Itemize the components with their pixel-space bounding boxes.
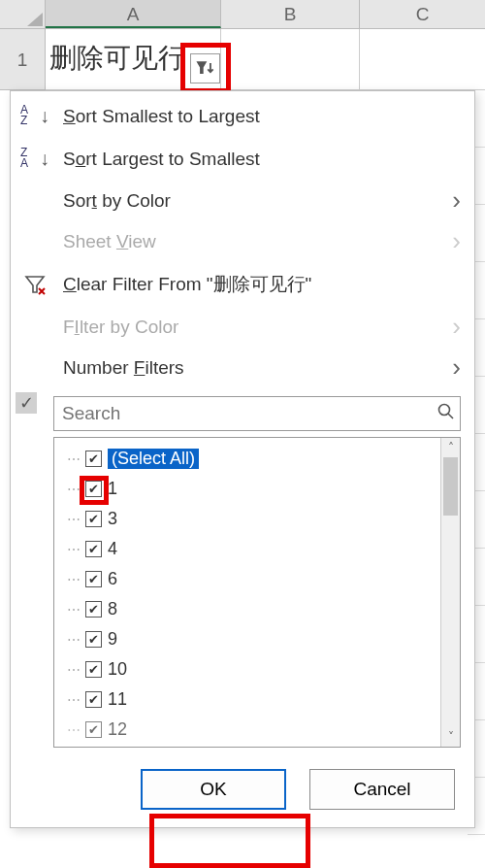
search-icon[interactable]	[433, 403, 460, 425]
item-label: 10	[108, 659, 127, 680]
checkbox-item[interactable]: ✔	[85, 601, 102, 618]
sort-by-color-label: Sort by Color	[63, 190, 459, 212]
sort-ascending-item[interactable]: AZ↓ Sort Smallest to Largest	[11, 95, 474, 138]
checkbox-item[interactable]: ✔	[85, 661, 102, 678]
number-filters-item[interactable]: Number Filters	[11, 348, 474, 388]
column-header-c[interactable]: C	[360, 0, 485, 28]
checkbox-item[interactable]: ✔	[85, 721, 102, 738]
filter-value-item[interactable]: ⋯ ✔ 12	[66, 715, 440, 745]
filter-value-item[interactable]: ⋯ ✔ 11	[66, 684, 440, 715]
tree-line-icon: ⋯	[66, 482, 80, 497]
sort-descending-item[interactable]: ZA↓ Sort Largest to Smallest	[11, 138, 474, 181]
sort-by-color-item[interactable]: Sort by Color	[11, 181, 474, 221]
clear-filter-label: Clear Filter From "删除可见行"	[63, 272, 459, 297]
search-field-wrap	[53, 396, 461, 431]
column-header-b[interactable]: B	[221, 0, 360, 28]
select-all-cells-corner[interactable]	[0, 0, 46, 29]
checkbox-item[interactable]: ✔	[85, 631, 102, 648]
checkbox-item[interactable]: ✔	[85, 481, 102, 497]
checkbox-item[interactable]: ✔	[85, 541, 102, 557]
funnel-arrow-icon	[191, 54, 219, 83]
item-label: 12	[108, 719, 127, 740]
item-label: 4	[108, 539, 117, 559]
filter-value-item[interactable]: ⋯ ✔ 10	[66, 654, 440, 684]
filter-value-item[interactable]: ⋯ ✔ 3	[66, 504, 440, 534]
tree-line-icon: ⋯	[66, 722, 80, 738]
select-all-label: (Select All)	[108, 449, 199, 469]
number-filters-label: Number Filters	[63, 357, 459, 379]
filter-dropdown-button[interactable]	[190, 53, 220, 83]
checkbox-select-all[interactable]: ✔	[85, 451, 102, 467]
tree-line-icon: ⋯	[66, 542, 80, 557]
item-label: 1	[108, 479, 117, 499]
column-header-a[interactable]: A	[46, 0, 221, 28]
tree-line-icon: ⋯	[66, 632, 80, 648]
clear-filter-icon	[22, 272, 48, 297]
list-scrollbar[interactable]: ˄ ˅	[440, 438, 460, 747]
tree-line-icon: ⋯	[66, 512, 80, 527]
sheet-view-label: Sheet View	[63, 231, 459, 252]
item-label: 11	[108, 689, 127, 710]
scroll-down-icon[interactable]: ˅	[441, 727, 460, 747]
filter-dropdown-panel: AZ↓ Sort Smallest to Largest ZA↓ Sort La…	[10, 90, 475, 828]
item-label: 3	[108, 509, 117, 529]
svg-line-1	[448, 414, 453, 418]
svg-point-0	[439, 404, 450, 415]
filter-values-listbox: ⋯ ✔ (Select All) ⋯ ✔ 1 ⋯ ✔ 3 ⋯ ✔ 4 ⋯ ✔	[53, 437, 461, 748]
filter-value-item[interactable]: ⋯ ✔ 1	[66, 474, 440, 504]
filter-value-item[interactable]: ⋯ ✔ 4	[66, 534, 440, 564]
filter-search-input[interactable]	[54, 403, 433, 424]
cancel-button[interactable]: Cancel	[309, 769, 455, 810]
filter-value-item[interactable]: ⋯ ✔ 6	[66, 564, 440, 594]
sort-az-icon: AZ↓	[20, 105, 49, 128]
tree-line-icon: ⋯	[66, 662, 80, 678]
scroll-up-icon[interactable]: ˄	[441, 438, 460, 457]
tree-toggle-icon: ⋯	[66, 451, 80, 467]
sort-descending-label: Sort Largest to Smallest	[63, 149, 459, 170]
scroll-thumb[interactable]	[443, 457, 458, 516]
item-label: 8	[108, 599, 117, 619]
checkbox-item[interactable]: ✔	[85, 691, 102, 708]
sort-za-icon: ZA↓	[20, 148, 49, 171]
ok-button[interactable]: OK	[141, 769, 286, 810]
filter-by-color-label: FIlter by Color	[63, 317, 459, 338]
cell-b1[interactable]	[221, 29, 360, 90]
sheet-view-item: Sheet View	[11, 221, 474, 262]
filter-value-item[interactable]: ⋯ ✔ 8	[66, 594, 440, 624]
tree-line-icon: ⋯	[66, 602, 80, 618]
checkbox-item[interactable]: ✔	[85, 511, 102, 527]
sort-ascending-label: Sort Smallest to Largest	[63, 106, 459, 127]
filter-value-item[interactable]: ⋯ ✔ 9	[66, 624, 440, 654]
tree-line-icon: ⋯	[66, 692, 80, 708]
cell-c1[interactable]	[360, 29, 485, 90]
row-header-1[interactable]: 1	[0, 29, 46, 90]
filter-by-color-item: FIlter by Color	[11, 307, 474, 348]
filter-value-select-all[interactable]: ⋯ ✔ (Select All)	[66, 444, 440, 474]
tree-line-icon: ⋯	[66, 572, 80, 587]
item-label: 6	[108, 569, 117, 589]
item-label: 9	[108, 629, 117, 650]
checkbox-item[interactable]: ✔	[85, 571, 102, 587]
panel-apply-check-icon[interactable]: ✓	[16, 392, 37, 414]
clear-filter-item[interactable]: Clear Filter From "删除可见行"	[11, 262, 474, 307]
